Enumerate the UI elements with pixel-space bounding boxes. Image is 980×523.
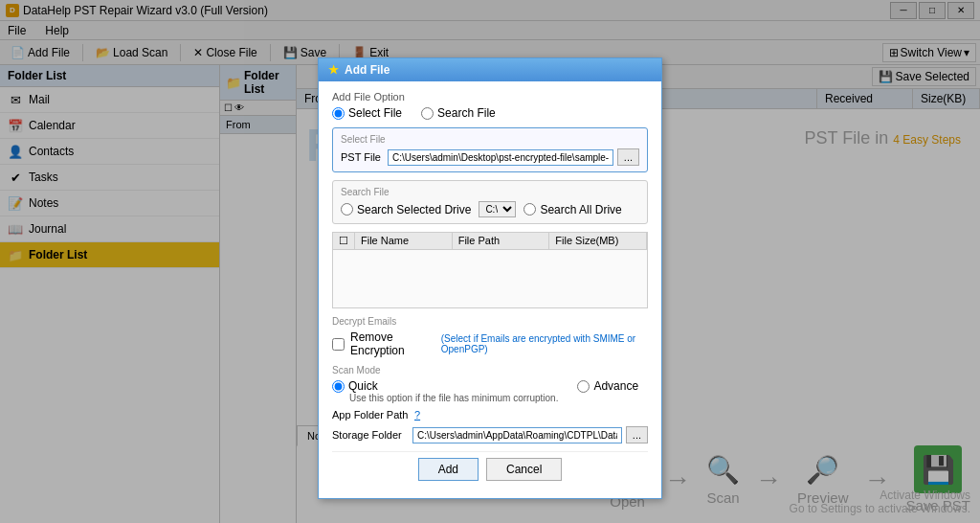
file-list-col-name: File Name <box>355 233 453 249</box>
app-folder-link[interactable]: ? <box>414 409 420 421</box>
quick-scan-radio[interactable]: Quick <box>332 379 558 393</box>
scan-hint: Use this option if the file has minimum … <box>349 393 558 403</box>
search-all-drive-input[interactable] <box>523 203 536 216</box>
select-file-radio-input[interactable] <box>332 107 345 120</box>
advance-scan-input[interactable] <box>577 380 590 393</box>
file-list-body <box>333 250 647 304</box>
modal-footer: Add Cancel <box>332 451 648 489</box>
add-file-dialog: ★ Add File Add File Option Select File S… <box>318 57 662 499</box>
advance-scan-radio[interactable]: Advance <box>577 379 638 393</box>
modal-title-left: ★ Add File <box>328 63 390 77</box>
quick-scan-label: Quick <box>348 379 378 393</box>
add-button[interactable]: Add <box>418 458 479 481</box>
storage-folder-input[interactable] <box>412 427 622 443</box>
pst-file-input[interactable] <box>388 149 613 166</box>
app-folder-path-row: App Folder Path ? <box>332 409 648 421</box>
advance-scan-label: Advance <box>593 379 638 393</box>
decrypt-row: Remove Encryption (Select if Emails are … <box>332 330 648 357</box>
add-file-option-group: Select File Search File <box>332 106 648 120</box>
search-selected-drive-radio[interactable]: Search Selected Drive <box>341 203 471 216</box>
browse-button[interactable]: ... <box>617 148 639 166</box>
select-file-radio-label: Select File <box>348 106 402 120</box>
decrypt-link[interactable]: (Select if Emails are encrypted with SMI… <box>441 333 648 354</box>
select-file-section-label: Select File <box>341 134 639 145</box>
select-file-radio[interactable]: Select File <box>332 106 402 120</box>
select-file-box: Select File PST File ... <box>332 127 648 172</box>
search-selected-drive-label: Search Selected Drive <box>357 203 471 216</box>
search-all-drive-label: Search All Drive <box>540 203 621 216</box>
pst-file-input-row: PST File ... <box>341 148 639 166</box>
quick-scan-option: Quick Use this option if the file has mi… <box>332 379 558 403</box>
file-list-col-size: File Size(MB) <box>549 233 647 249</box>
file-list-header: ☐ File Name File Path File Size(MB) <box>333 233 647 250</box>
modal-overlay: ★ Add File Add File Option Select File S… <box>0 0 980 523</box>
remove-encryption-checkbox[interactable] <box>332 338 345 351</box>
pst-file-label: PST File <box>341 151 384 163</box>
search-file-box: Search File Search Selected Drive C:\ Se… <box>332 180 648 224</box>
cancel-button[interactable]: Cancel <box>486 458 562 481</box>
scan-mode-radio-group: Quick Use this option if the file has mi… <box>332 379 648 403</box>
quick-scan-input[interactable] <box>332 380 345 393</box>
search-file-radio[interactable]: Search File <box>421 106 496 120</box>
storage-folder-row: Storage Folder ... <box>332 426 648 443</box>
file-list-box: ☐ File Name File Path File Size(MB) <box>332 232 648 308</box>
storage-browse-button[interactable]: ... <box>626 426 648 443</box>
scan-mode-section: Scan Mode Quick Use this option if the f… <box>332 365 648 403</box>
modal-body: Add File Option Select File Search File … <box>319 81 661 498</box>
modal-title-icon: ★ <box>328 63 339 77</box>
decrypt-emails-label: Decrypt Emails <box>332 316 648 327</box>
search-file-row: Search Selected Drive C:\ Search All Dri… <box>341 201 639 217</box>
search-file-section-label: Search File <box>341 187 639 197</box>
search-file-radio-label: Search File <box>437 106 496 120</box>
search-selected-drive-input[interactable] <box>341 203 353 216</box>
search-file-radio-input[interactable] <box>421 107 434 120</box>
remove-encryption-label: Remove Encryption <box>350 330 435 357</box>
storage-folder-label: Storage Folder <box>332 429 409 441</box>
add-file-option-label: Add File Option <box>332 91 648 102</box>
file-list-col-path: File Path <box>453 233 550 249</box>
app-folder-path-label: App Folder Path <box>332 409 409 421</box>
search-all-drive-radio[interactable]: Search All Drive <box>523 203 621 216</box>
modal-title-bar: ★ Add File <box>319 58 661 81</box>
modal-title-text: Add File <box>345 63 390 77</box>
file-list-col-check: ☐ <box>333 233 355 249</box>
drive-select[interactable]: C:\ <box>479 201 516 217</box>
decrypt-emails-section: Decrypt Emails Remove Encryption (Select… <box>332 316 648 357</box>
scan-mode-label: Scan Mode <box>332 365 648 375</box>
